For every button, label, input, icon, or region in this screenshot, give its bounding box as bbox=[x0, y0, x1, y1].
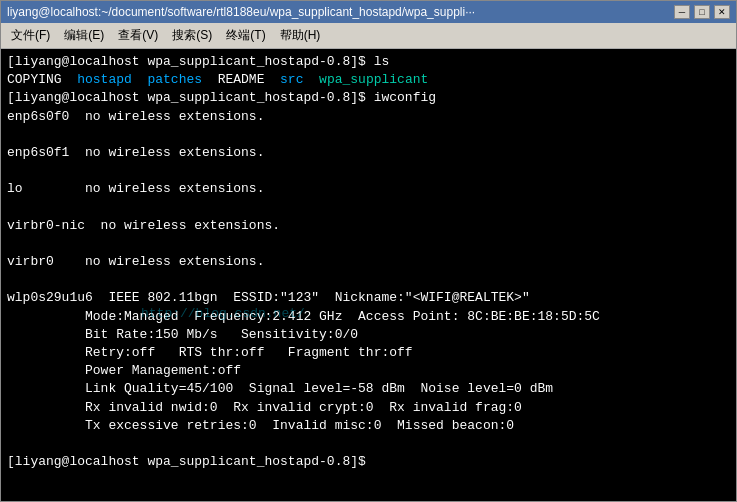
menu-search[interactable]: 搜索(S) bbox=[166, 25, 218, 46]
terminal-line-19: Link Quality=45/100 Signal level=-58 dBm… bbox=[7, 380, 730, 398]
terminal-line-6: enp6s0f1 no wireless extensions. bbox=[7, 144, 730, 162]
window-controls: ─ □ ✕ bbox=[674, 5, 730, 19]
terminal-line-18: Power Management:off bbox=[7, 362, 730, 380]
terminal-line-3: [liyang@localhost wpa_supplicant_hostapd… bbox=[7, 89, 730, 107]
terminal-line-8: lo no wireless extensions. bbox=[7, 180, 730, 198]
terminal-line-9 bbox=[7, 199, 730, 217]
terminal-line-16: Bit Rate:150 Mb/s Sensitivity:0/0 bbox=[7, 326, 730, 344]
terminal-line-10: virbr0-nic no wireless extensions. bbox=[7, 217, 730, 235]
minimize-button[interactable]: ─ bbox=[674, 5, 690, 19]
terminal-line-7 bbox=[7, 162, 730, 180]
terminal-line-23: [liyang@localhost wpa_supplicant_hostapd… bbox=[7, 453, 730, 471]
maximize-button[interactable]: □ bbox=[694, 5, 710, 19]
terminal-line-4: enp6s0f0 no wireless extensions. bbox=[7, 108, 730, 126]
terminal-line-20: Rx invalid nwid:0 Rx invalid crypt:0 Rx … bbox=[7, 399, 730, 417]
close-button[interactable]: ✕ bbox=[714, 5, 730, 19]
menu-view[interactable]: 查看(V) bbox=[112, 25, 164, 46]
window-title: liyang@localhost:~/document/software/rtl… bbox=[7, 5, 475, 19]
terminal-area[interactable]: [liyang@localhost wpa_supplicant_hostapd… bbox=[1, 49, 736, 501]
terminal-line-1: [liyang@localhost wpa_supplicant_hostapd… bbox=[7, 53, 730, 71]
terminal-line-15: Mode:Managed Frequency:2.412 GHz Access … bbox=[7, 308, 730, 326]
terminal-line-17: Retry:off RTS thr:off Fragment thr:off bbox=[7, 344, 730, 362]
menu-bar: 文件(F) 编辑(E) 查看(V) 搜索(S) 终端(T) 帮助(H) bbox=[1, 23, 736, 49]
terminal-line-2: COPYING hostapd patches README src wpa_s… bbox=[7, 71, 730, 89]
terminal-window: liyang@localhost:~/document/software/rtl… bbox=[0, 0, 737, 502]
terminal-line-11 bbox=[7, 235, 730, 253]
terminal-line-13 bbox=[7, 271, 730, 289]
terminal-line-21: Tx excessive retries:0 Invalid misc:0 Mi… bbox=[7, 417, 730, 435]
terminal-line-5 bbox=[7, 126, 730, 144]
menu-edit[interactable]: 编辑(E) bbox=[58, 25, 110, 46]
terminal-line-12: virbr0 no wireless extensions. bbox=[7, 253, 730, 271]
menu-file[interactable]: 文件(F) bbox=[5, 25, 56, 46]
terminal-line-14: wlp0s29u1u6 IEEE 802.11bgn ESSID:"123" N… bbox=[7, 289, 730, 307]
terminal-line-22 bbox=[7, 435, 730, 453]
title-bar: liyang@localhost:~/document/software/rtl… bbox=[1, 1, 736, 23]
menu-terminal[interactable]: 终端(T) bbox=[220, 25, 271, 46]
menu-help[interactable]: 帮助(H) bbox=[274, 25, 327, 46]
